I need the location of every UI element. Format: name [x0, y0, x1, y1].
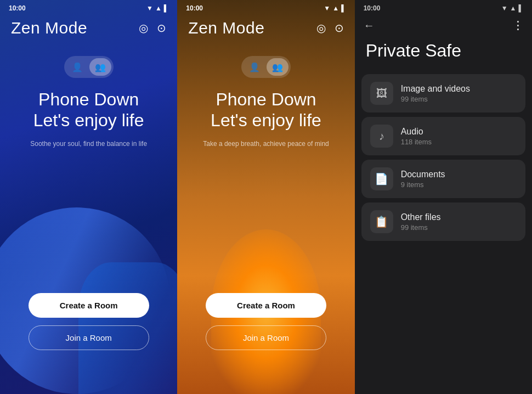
music-icon-2[interactable]: ◎	[316, 21, 326, 35]
safe-header: ← ⋮	[355, 14, 532, 32]
btn-container-1: Create a Room Join a Room	[0, 293, 177, 350]
app-header-2: Zen Mode ◎ ⊙	[177, 14, 354, 40]
panel-blue-zen: 10:00 ▼ ▲ ▌ Zen Mode ◎ ⊙ 👤 👥 Phone DownL…	[0, 0, 177, 394]
header-icons-1: ◎ ⊙	[139, 21, 166, 35]
panel-orange-zen: 10:00 ▼ ▲ ▌ Zen Mode ◎ ⊙ 👤 👥 Phone DownL…	[177, 0, 354, 394]
time-3: 10:00	[364, 4, 381, 12]
toggle-solo-2[interactable]: 👤	[244, 58, 265, 76]
file-icon-wrap-documents: 📄	[370, 167, 393, 190]
toggle-container-2: 👤 👥	[177, 56, 354, 78]
safe-title: Private Safe	[355, 32, 532, 74]
main-heading-2: Phone DownLet's enjoy life	[188, 89, 343, 131]
app-header-1: Zen Mode ◎ ⊙	[0, 14, 177, 40]
toggle-group-2[interactable]: 👥	[267, 58, 288, 76]
file-icon-wrap-audio: ♪	[370, 125, 393, 148]
time-1: 10:00	[9, 4, 26, 12]
wifi-icon-3: ▼	[501, 4, 508, 12]
file-name-audio: Audio	[401, 127, 432, 137]
profile-icon-2[interactable]: ⊙	[335, 21, 344, 35]
signal-icon-3: ▲	[510, 4, 517, 12]
status-icons-2: ▼ ▲ ▌	[324, 4, 346, 12]
toggle-pill-2: 👤 👥	[241, 56, 291, 78]
main-heading-1: Phone DownLet's enjoy life	[11, 89, 166, 131]
wifi-icon-2: ▼	[324, 4, 330, 12]
file-card-other[interactable]: 📋 Other files 99 items	[361, 202, 525, 241]
status-bar-1: 10:00 ▼ ▲ ▌	[0, 0, 177, 14]
sub-text-2: Take a deep breath, achieve peace of min…	[188, 140, 343, 148]
file-info-other: Other files 99 items	[401, 212, 441, 232]
join-room-btn-1[interactable]: Join a Room	[29, 325, 149, 350]
status-bar-2: 10:00 ▼ ▲ ▌	[177, 0, 354, 14]
profile-icon-1[interactable]: ⊙	[157, 21, 166, 35]
toggle-group-1[interactable]: 👥	[89, 58, 111, 76]
file-list: 🖼 Image and videos 99 items ♪ Audio 118 …	[355, 74, 532, 241]
music-icon-1[interactable]: ◎	[139, 21, 148, 35]
more-menu-button[interactable]: ⋮	[512, 19, 523, 32]
other-files-icon: 📋	[375, 215, 388, 228]
images-icon: 🖼	[376, 87, 387, 100]
file-name-other: Other files	[401, 212, 441, 222]
file-card-images[interactable]: 🖼 Image and videos 99 items	[361, 74, 525, 112]
status-icons-1: ▼ ▲ ▌	[146, 4, 168, 12]
signal-icon-1: ▲	[155, 4, 162, 12]
battery-icon-2: ▌	[341, 4, 346, 12]
audio-icon: ♪	[379, 130, 384, 143]
file-info-documents: Documents 9 items	[401, 170, 445, 189]
documents-icon: 📄	[375, 172, 388, 185]
status-bar-3: 10:00 ▼ ▲ ▌	[355, 0, 532, 14]
app-title-1: Zen Mode	[11, 19, 87, 37]
file-count-other: 99 items	[401, 223, 441, 232]
file-name-documents: Documents	[401, 170, 445, 179]
file-info-audio: Audio 118 items	[401, 127, 432, 146]
file-name-images: Image and videos	[401, 84, 470, 94]
sub-text-1: Soothe your soul, find the balance in li…	[11, 140, 166, 148]
toggle-solo-1[interactable]: 👤	[66, 58, 88, 76]
create-room-btn-1[interactable]: Create a Room	[29, 293, 149, 318]
status-icons-3: ▼ ▲ ▌	[501, 4, 523, 12]
file-count-images: 99 items	[401, 95, 470, 103]
signal-icon-2: ▲	[332, 4, 339, 12]
join-room-btn-2[interactable]: Join a Room	[206, 325, 326, 350]
file-icon-wrap-other: 📋	[370, 210, 393, 233]
battery-icon-1: ▌	[164, 4, 169, 12]
app-title-2: Zen Mode	[188, 19, 264, 37]
btn-container-2: Create a Room Join a Room	[177, 293, 354, 350]
file-card-documents[interactable]: 📄 Documents 9 items	[361, 160, 525, 198]
create-room-btn-2[interactable]: Create a Room	[206, 293, 326, 318]
file-icon-wrap-images: 🖼	[370, 82, 393, 105]
panel-private-safe: 10:00 ▼ ▲ ▌ ← ⋮ Private Safe 🖼 Image and…	[355, 0, 532, 394]
file-count-documents: 9 items	[401, 181, 445, 189]
toggle-container-1: 👤 👥	[0, 56, 177, 78]
main-text-1: Phone DownLet's enjoy life Soothe your s…	[0, 89, 177, 148]
battery-icon-3: ▌	[518, 4, 523, 12]
file-card-audio[interactable]: ♪ Audio 118 items	[361, 117, 525, 155]
header-icons-2: ◎ ⊙	[316, 21, 344, 35]
time-2: 10:00	[186, 4, 203, 12]
file-info-images: Image and videos 99 items	[401, 84, 470, 103]
main-text-2: Phone DownLet's enjoy life Take a deep b…	[177, 89, 354, 148]
back-button[interactable]: ←	[364, 19, 375, 32]
wifi-icon-1: ▼	[146, 4, 153, 12]
file-count-audio: 118 items	[401, 138, 432, 146]
toggle-pill-1: 👤 👥	[64, 56, 114, 78]
